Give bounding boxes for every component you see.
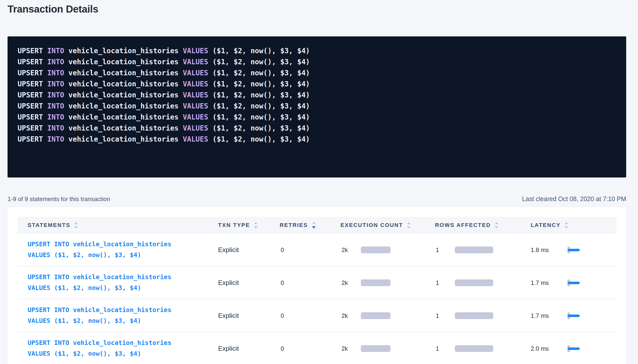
column-header-execution-count[interactable]: EXECUTION COUNT [340, 217, 411, 233]
sort-asc-icon[interactable] [565, 222, 568, 224]
retries-cell: 0 [281, 266, 284, 299]
sql-keyword: INTO [47, 80, 64, 88]
sql-text: vehicle_location_histories [64, 113, 183, 121]
sql-keyword: VALUES [183, 91, 208, 99]
sql-text: UPSERT [18, 102, 47, 110]
latency-mean-bar [568, 315, 580, 317]
column-header-rows-affected[interactable]: ROWS AFFECTED [435, 217, 498, 233]
sort-desc-icon-active[interactable] [312, 226, 316, 229]
sql-text: UPSERT [18, 47, 47, 55]
summary-bar: 1-9 of 9 statements for this transaction… [8, 195, 626, 203]
sql-text: ($1, $2, now(), $3, $4) [208, 124, 310, 132]
sort-asc-icon[interactable] [74, 222, 78, 224]
sql-text: UPSERT [18, 91, 47, 99]
rows-affected-value: 1 [436, 332, 439, 364]
retries-cell: 0 [281, 332, 284, 364]
execution-count-value: 2k [341, 233, 348, 266]
sort-arrows-icon[interactable] [312, 222, 316, 229]
column-header-retries[interactable]: RETRIES [280, 217, 316, 233]
latency-mean-bar [568, 282, 580, 284]
column-header-label: ROWS AFFECTED [435, 222, 491, 228]
execution-count-bar [361, 345, 390, 352]
sql-keyword: VALUES [183, 113, 208, 121]
sort-desc-icon[interactable] [407, 226, 411, 228]
sort-desc-icon[interactable] [74, 226, 78, 228]
txn-type-cell: Explicit [218, 233, 239, 266]
sql-statement-line: UPSERT INTO vehicle_location_histories V… [18, 79, 616, 90]
rows-affected-value: 1 [436, 299, 439, 332]
statements-count-text: 1-9 of 9 statements for this transaction [8, 196, 110, 203]
sql-keyword: INTO [47, 91, 64, 99]
execution-count-bar [361, 279, 390, 286]
sql-keyword: INTO [47, 47, 64, 55]
sql-statement-line: UPSERT INTO vehicle_location_histories V… [18, 90, 616, 101]
sql-text: vehicle_location_histories [64, 91, 183, 99]
column-header-txn-type[interactable]: TXN TYPE [218, 217, 258, 233]
sort-arrows-icon[interactable] [565, 222, 568, 228]
sort-arrows-icon[interactable] [254, 222, 258, 228]
sql-text: UPSERT [18, 69, 47, 77]
statement-table-row: UPSERT INTO vehicle_location_histories V… [17, 332, 616, 364]
sql-text: ($1, $2, now(), $3, $4) [208, 91, 310, 99]
sort-asc-icon[interactable] [495, 222, 498, 224]
sort-asc-icon[interactable] [254, 222, 258, 224]
sort-asc-icon[interactable] [407, 222, 411, 224]
statement-link[interactable]: UPSERT INTO vehicle_location_histories V… [28, 337, 171, 359]
latency-bar-chart [567, 246, 585, 255]
sort-desc-icon[interactable] [254, 226, 258, 228]
rows-affected-value: 1 [436, 233, 439, 266]
sql-text: vehicle_location_histories [64, 102, 183, 110]
column-header-latency[interactable]: LATENCY [531, 217, 568, 233]
sql-text: ($1, $2, now(), $3, $4) [208, 102, 310, 110]
sql-text: UPSERT [18, 80, 47, 88]
column-header-statements[interactable]: STATEMENTS [28, 217, 78, 233]
column-header-label: RETRIES [280, 222, 308, 228]
sql-text: ($1, $2, now(), $3, $4) [208, 113, 310, 121]
sql-keyword: VALUES [183, 135, 208, 143]
sort-arrows-icon[interactable] [407, 222, 411, 228]
latency-value: 2.0 ms [531, 332, 549, 364]
sql-text: UPSERT [18, 124, 47, 132]
sql-text: vehicle_location_histories [64, 80, 183, 88]
column-header-label: STATEMENTS [28, 222, 70, 228]
statement-link[interactable]: UPSERT INTO vehicle_location_histories V… [28, 272, 171, 293]
execution-count-bar [361, 247, 390, 253]
rows-affected-value: 1 [436, 266, 439, 299]
sort-desc-icon[interactable] [565, 226, 568, 228]
statement-link[interactable]: UPSERT INTO vehicle_location_histories V… [28, 305, 171, 326]
sql-keyword: INTO [47, 58, 64, 66]
rows-affected-bar [455, 279, 493, 286]
sort-arrows-icon[interactable] [74, 222, 78, 228]
sql-statement-line: UPSERT INTO vehicle_location_histories V… [18, 68, 616, 79]
rows-affected-bar [455, 312, 493, 319]
execution-count-value: 2k [341, 299, 348, 332]
sql-statement-line: UPSERT INTO vehicle_location_histories V… [18, 134, 616, 145]
latency-mean-bar [568, 347, 580, 350]
sort-asc-icon[interactable] [312, 222, 316, 224]
sql-text: ($1, $2, now(), $3, $4) [208, 58, 310, 66]
sql-text: vehicle_location_histories [64, 135, 183, 143]
code-lines-container: UPSERT INTO vehicle_location_histories V… [18, 45, 616, 145]
sql-text: UPSERT [18, 135, 47, 143]
statement-link[interactable]: UPSERT INTO vehicle_location_histories V… [28, 239, 171, 260]
transaction-statements-code-box: UPSERT INTO vehicle_location_histories V… [8, 36, 626, 177]
rows-affected-bar [455, 345, 493, 352]
sql-text: vehicle_location_histories [64, 47, 183, 55]
last-cleared-text: Last cleared Oct 08, 2020 at 7:10 PM [522, 195, 626, 203]
sql-text: ($1, $2, now(), $3, $4) [208, 69, 310, 77]
statement-table-row: UPSERT INTO vehicle_location_histories V… [17, 299, 616, 332]
sql-text: vehicle_location_histories [64, 58, 183, 66]
column-header-label: TXN TYPE [218, 222, 250, 228]
sort-arrows-icon[interactable] [495, 222, 498, 228]
latency-value: 1.7 ms [531, 266, 549, 299]
statement-table-row: UPSERT INTO vehicle_location_histories V… [17, 266, 616, 299]
sql-text: ($1, $2, now(), $3, $4) [208, 47, 310, 55]
sort-desc-icon[interactable] [495, 226, 498, 228]
sql-keyword: INTO [47, 124, 64, 132]
latency-bar-chart [567, 311, 585, 320]
sql-statement-line: UPSERT INTO vehicle_location_histories V… [18, 45, 616, 56]
sql-keyword: VALUES [183, 69, 208, 77]
statements-table-card: STATEMENTSTXN TYPERETRIESEXECUTION COUNT… [8, 207, 626, 364]
sql-keyword: VALUES [183, 102, 208, 110]
execution-count-value: 2k [341, 332, 348, 364]
